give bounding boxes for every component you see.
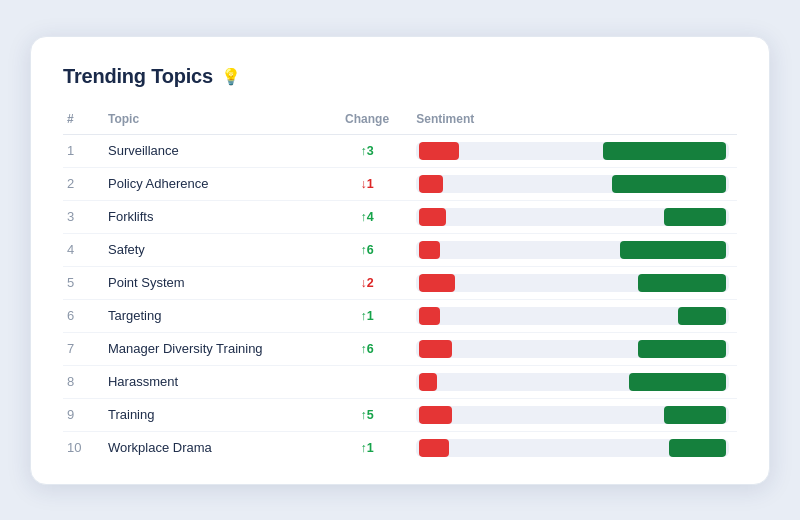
row-change: ↑1	[326, 431, 408, 464]
row-num: 8	[63, 365, 100, 398]
row-num: 10	[63, 431, 100, 464]
sentiment-bar	[416, 307, 729, 325]
row-topic: Harassment	[100, 365, 326, 398]
row-sentiment	[408, 398, 737, 431]
positive-bar	[603, 142, 726, 160]
negative-bar	[419, 175, 443, 193]
table-row: 9Training↑5	[63, 398, 737, 431]
row-sentiment	[408, 365, 737, 398]
lightbulb-icon: 💡	[221, 67, 241, 86]
sentiment-bar	[416, 142, 729, 160]
row-num: 3	[63, 200, 100, 233]
row-num: 7	[63, 332, 100, 365]
row-num: 5	[63, 266, 100, 299]
change-value: ↓2	[361, 276, 374, 290]
row-topic: Point System	[100, 266, 326, 299]
row-sentiment	[408, 266, 737, 299]
negative-bar	[419, 274, 455, 292]
row-topic: Safety	[100, 233, 326, 266]
col-header-sentiment: Sentiment	[408, 106, 737, 135]
negative-bar	[419, 406, 452, 424]
change-value: ↑1	[361, 309, 374, 323]
row-change: ↑4	[326, 200, 408, 233]
positive-bar	[678, 307, 726, 325]
row-sentiment	[408, 431, 737, 464]
positive-bar	[629, 373, 726, 391]
change-value: ↓1	[361, 177, 374, 191]
row-sentiment	[408, 167, 737, 200]
row-change	[326, 365, 408, 398]
change-value: ↑5	[361, 408, 374, 422]
row-change: ↑3	[326, 134, 408, 167]
row-num: 2	[63, 167, 100, 200]
negative-bar	[419, 373, 437, 391]
row-topic: Manager Diversity Training	[100, 332, 326, 365]
negative-bar	[419, 241, 440, 259]
negative-bar	[419, 208, 446, 226]
sentiment-bar	[416, 406, 729, 424]
sentiment-bar	[416, 241, 729, 259]
change-value: ↑6	[361, 243, 374, 257]
positive-bar	[664, 208, 726, 226]
row-change: ↓2	[326, 266, 408, 299]
row-topic: Workplace Drama	[100, 431, 326, 464]
col-header-change: Change	[326, 106, 408, 135]
row-change: ↑1	[326, 299, 408, 332]
row-num: 4	[63, 233, 100, 266]
table-row: 1Surveillance↑3	[63, 134, 737, 167]
card-header: Trending Topics 💡	[63, 65, 737, 88]
row-topic: Forklifts	[100, 200, 326, 233]
card-title: Trending Topics	[63, 65, 213, 88]
row-sentiment	[408, 299, 737, 332]
sentiment-bar	[416, 175, 729, 193]
positive-bar	[612, 175, 726, 193]
table-row: 10Workplace Drama↑1	[63, 431, 737, 464]
row-topic: Training	[100, 398, 326, 431]
row-num: 1	[63, 134, 100, 167]
table-header-row: # Topic Change Sentiment	[63, 106, 737, 135]
change-value: ↑1	[361, 441, 374, 455]
trending-topics-card: Trending Topics 💡 # Topic Change Sentime…	[30, 36, 770, 485]
negative-bar	[419, 307, 440, 325]
col-header-topic: Topic	[100, 106, 326, 135]
negative-bar	[419, 439, 449, 457]
positive-bar	[638, 340, 726, 358]
negative-bar	[419, 142, 459, 160]
sentiment-bar	[416, 373, 729, 391]
table-row: 5Point System↓2	[63, 266, 737, 299]
row-sentiment	[408, 233, 737, 266]
row-change: ↑6	[326, 233, 408, 266]
col-header-num: #	[63, 106, 100, 135]
trending-topics-table: # Topic Change Sentiment 1Surveillance↑3…	[63, 106, 737, 464]
row-sentiment	[408, 200, 737, 233]
table-row: 4Safety↑6	[63, 233, 737, 266]
row-sentiment	[408, 332, 737, 365]
positive-bar	[638, 274, 726, 292]
positive-bar	[669, 439, 726, 457]
row-topic: Targeting	[100, 299, 326, 332]
sentiment-bar	[416, 208, 729, 226]
table-row: 2Policy Adherence↓1	[63, 167, 737, 200]
row-topic: Surveillance	[100, 134, 326, 167]
row-topic: Policy Adherence	[100, 167, 326, 200]
row-sentiment	[408, 134, 737, 167]
table-row: 7Manager Diversity Training↑6	[63, 332, 737, 365]
table-row: 3Forklifts↑4	[63, 200, 737, 233]
sentiment-bar	[416, 340, 729, 358]
row-change: ↑5	[326, 398, 408, 431]
row-num: 6	[63, 299, 100, 332]
row-change: ↑6	[326, 332, 408, 365]
sentiment-bar	[416, 439, 729, 457]
table-row: 8Harassment	[63, 365, 737, 398]
table-row: 6Targeting↑1	[63, 299, 737, 332]
row-num: 9	[63, 398, 100, 431]
row-change: ↓1	[326, 167, 408, 200]
sentiment-bar	[416, 274, 729, 292]
positive-bar	[620, 241, 726, 259]
change-value: ↑6	[361, 342, 374, 356]
change-value: ↑4	[361, 210, 374, 224]
change-value: ↑3	[361, 144, 374, 158]
positive-bar	[664, 406, 726, 424]
negative-bar	[419, 340, 452, 358]
